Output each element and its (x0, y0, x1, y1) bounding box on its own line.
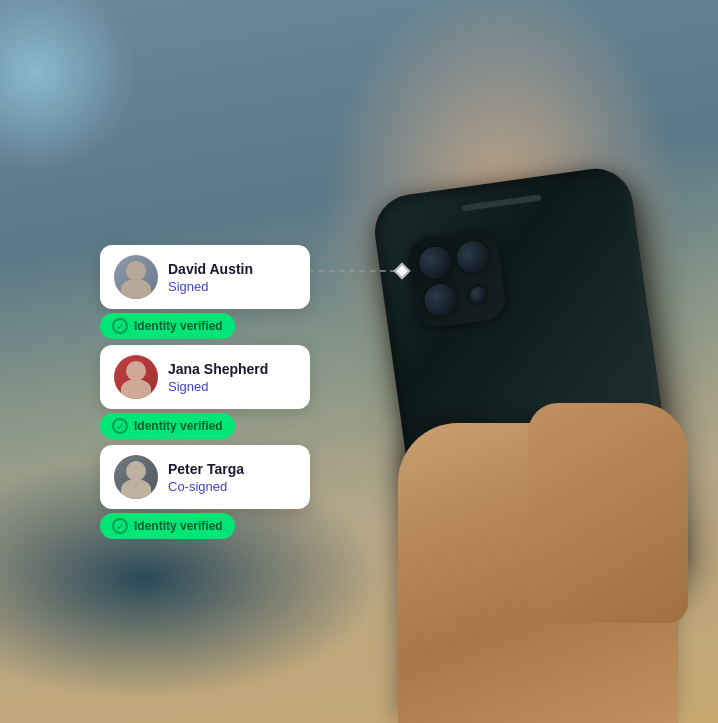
camera-lens-1 (417, 245, 453, 281)
card-group-david: David Austin Signed ✓ Identity verified (100, 245, 310, 339)
avatar-face-peter (114, 455, 158, 499)
camera-lens-4 (469, 286, 487, 304)
avatar-david (114, 255, 158, 299)
user-card-david: David Austin Signed (100, 245, 310, 309)
camera-module (406, 228, 508, 330)
verified-icon-david: ✓ (112, 318, 128, 334)
card-group-jana: Jana Shepherd Signed ✓ Identity verified (100, 345, 310, 439)
avatar-peter (114, 455, 158, 499)
cards-container: David Austin Signed ✓ Identity verified … (100, 245, 310, 539)
camera-lens-3 (423, 282, 459, 318)
user-name-david: David Austin (168, 260, 253, 278)
connector-line (308, 270, 396, 272)
user-name-jana: Jana Shepherd (168, 360, 268, 378)
badge-text-jana: Identity verified (134, 419, 223, 433)
avatar-face-david (114, 255, 158, 299)
badge-text-peter: Identity verified (134, 519, 223, 533)
connector-line-container (308, 270, 408, 272)
identity-badge-jana: ✓ Identity verified (100, 413, 235, 439)
card-info-peter: Peter Targa Co-signed (168, 460, 244, 493)
user-status-peter: Co-signed (168, 479, 244, 494)
user-status-jana: Signed (168, 379, 268, 394)
avatar-face-jana (114, 355, 158, 399)
card-info-david: David Austin Signed (168, 260, 253, 293)
verified-icon-peter: ✓ (112, 518, 128, 534)
user-card-jana: Jana Shepherd Signed (100, 345, 310, 409)
verified-icon-jana: ✓ (112, 418, 128, 434)
avatar-jana (114, 355, 158, 399)
hand (398, 423, 678, 723)
identity-badge-peter: ✓ Identity verified (100, 513, 235, 539)
camera-lens-2 (455, 239, 491, 275)
user-card-peter: Peter Targa Co-signed (100, 445, 310, 509)
card-group-peter: Peter Targa Co-signed ✓ Identity verifie… (100, 445, 310, 539)
badge-text-david: Identity verified (134, 319, 223, 333)
identity-badge-david: ✓ Identity verified (100, 313, 235, 339)
user-name-peter: Peter Targa (168, 460, 244, 478)
user-status-david: Signed (168, 279, 253, 294)
card-info-jana: Jana Shepherd Signed (168, 360, 268, 393)
